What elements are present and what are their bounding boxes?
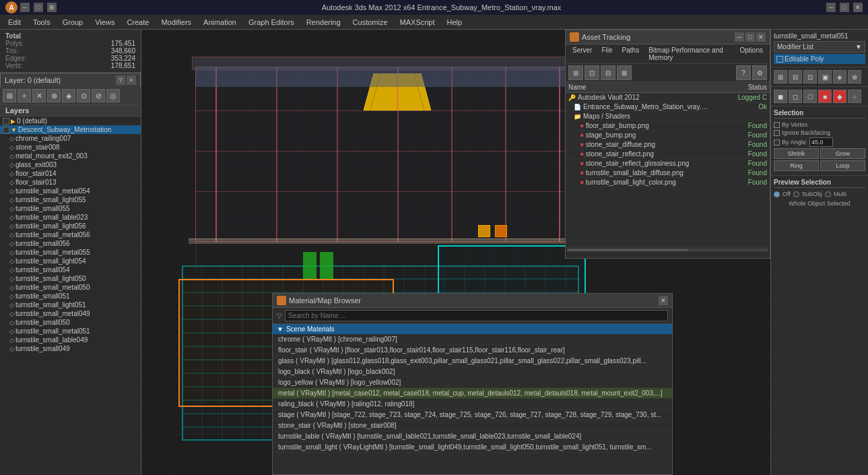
material-row-metal[interactable]: metal ( VRayMtl ) [metal_case012, metal_… <box>273 388 672 399</box>
layer-item-turnstile-metal051[interactable]: ◇ turnstile_small_metal051 <box>0 327 141 336</box>
layer-item-floor-stair014[interactable]: ◇ floor_stair014 <box>0 169 141 178</box>
asset-settings-btn[interactable]: ⚙ <box>752 65 767 80</box>
layer-tool-4[interactable]: ◈ <box>62 89 75 102</box>
layer-checkbox-1[interactable] <box>3 127 9 133</box>
scene-3d[interactable]: Asset Tracking ─ □ ✕ Server File Paths B… <box>141 30 770 475</box>
asset-row-map3[interactable]: ■ stone_stair_diffuse.png Found <box>566 140 770 150</box>
ignore-backfacing-checkbox[interactable] <box>774 130 780 136</box>
layer-item-turnstile-051[interactable]: ◇ turnstile_small051 <box>0 292 141 300</box>
app-maximize-btn[interactable]: □ <box>840 3 849 12</box>
layer-item-descent[interactable]: ▼ Descent_Subway_Metrostation <box>0 125 141 134</box>
asset-row-file[interactable]: 📄 Entrance_Subway_Metro_Station_vray.max… <box>566 102 770 112</box>
right-icon-6[interactable]: ⊕ <box>848 70 861 84</box>
material-row-logo-yellow[interactable]: logo_yellow ( VRayMtl ) [logo_yellow002] <box>273 377 672 388</box>
layer-item-turnstile-light055[interactable]: ◇ turnstile_small_light055 <box>0 195 141 204</box>
preview-off-radio[interactable] <box>774 191 780 197</box>
layer-item-turnstile-050[interactable]: ◇ turnstile_small050 <box>0 318 141 327</box>
right-icon-8[interactable]: ◻ <box>789 90 802 103</box>
asset-row-map5[interactable]: ■ stone_stair_reflect_glossiness.png Fou… <box>566 159 770 168</box>
asset-row-map6[interactable]: ■ turnstile_small_lable_diffuse.png Foun… <box>566 168 770 178</box>
layer-tool-7[interactable]: ◎ <box>106 89 120 102</box>
layer-tool-6[interactable]: ⊘ <box>92 89 105 102</box>
menu-edit[interactable]: Edit <box>3 17 26 28</box>
layer-tool-add[interactable]: + <box>18 89 31 102</box>
layer-item-turnstile-054[interactable]: ◇ turnstile_small054 <box>0 265 141 274</box>
asset-menu-paths[interactable]: Paths <box>618 46 644 62</box>
asset-tool-4[interactable]: ⊠ <box>617 65 632 80</box>
menu-tools[interactable]: Tools <box>28 17 56 28</box>
asset-close-btn[interactable]: ✕ <box>756 32 766 42</box>
asset-menu-bitmap[interactable]: Bitmap Performance and Memory <box>644 46 734 62</box>
right-icon-9[interactable]: ⬡ <box>803 90 817 103</box>
layer-item-turnstile-light056[interactable]: ◇ turnstile_small_light056 <box>0 222 141 230</box>
layer-item-turnstile-056[interactable]: ◇ turnstile_small056 <box>0 239 141 248</box>
menu-help[interactable]: Help <box>442 17 468 28</box>
right-icon-1[interactable]: ⊞ <box>774 70 787 84</box>
asset-row-map2[interactable]: ■ stage_bump.png Found <box>566 131 770 140</box>
layer-item-floor-stair013[interactable]: ◇ floor_stair013 <box>0 178 141 187</box>
by-angle-input[interactable] <box>809 137 833 147</box>
material-list[interactable]: chrome ( VRayMtl ) [chrome_railing007] f… <box>273 334 672 461</box>
preview-subobj-radio[interactable] <box>793 191 799 197</box>
layer-item-glass-exit003[interactable]: ◇ glass_exit003 <box>0 160 141 169</box>
right-icon-3[interactable]: ⊡ <box>803 70 817 84</box>
menu-animation[interactable]: Animation <box>198 17 242 28</box>
right-icon-10[interactable]: ■ <box>818 90 832 103</box>
app-close-btn[interactable]: ✕ <box>853 3 863 12</box>
layer-item-turnstile-lable023[interactable]: ◇ turnstile_small_lable023 <box>0 213 141 222</box>
material-row-glass[interactable]: glass ( VRayMtl ) [glass012,glass018,gla… <box>273 356 672 367</box>
preview-multi-radio[interactable] <box>825 191 831 197</box>
layer-list[interactable]: ▶ 0 (default) ▼ Descent_Subway_Metrostat… <box>0 117 141 475</box>
viewport-area[interactable]: [ + ] [ Perspective ] [ Shaded + Edged F… <box>141 30 770 475</box>
asset-row-vault[interactable]: 🔑 Autodesk Vault 2012 Logged C <box>566 93 770 102</box>
asset-row-map4[interactable]: ■ stone_stair_reflect.png Found <box>566 150 770 159</box>
loop-button[interactable]: Loop <box>820 160 865 171</box>
layer-tool-1[interactable]: ⊞ <box>3 89 16 102</box>
maximize-btn[interactable]: □ <box>34 3 43 12</box>
layer-checkbox-0[interactable] <box>3 118 9 125</box>
ring-button[interactable]: Ring <box>774 160 819 171</box>
layer-item-turnstile-metal049[interactable]: ◇ turnstile_small_metal049 <box>0 309 141 318</box>
menu-modifiers[interactable]: Modifiers <box>156 17 197 28</box>
layer-item-stone-stair008[interactable]: ◇ stone_stair008 <box>0 143 141 152</box>
menu-group[interactable]: Group <box>57 17 89 28</box>
asset-help-btn[interactable]: ? <box>736 65 751 80</box>
layer-item-turnstile-light054[interactable]: ◇ turnstile_small_light054 <box>0 257 141 265</box>
right-icon-12[interactable]: ○ <box>848 90 861 103</box>
right-icon-7[interactable]: ◼ <box>774 90 787 103</box>
layer-tool-3[interactable]: ⊕ <box>47 89 61 102</box>
app-minimize-btn[interactable]: ─ <box>826 3 836 12</box>
asset-row-maps[interactable]: 📁 Maps / Shaders <box>566 112 770 121</box>
material-row-stone-stair[interactable]: stone_stair ( VRayMtl ) [stone_stair008] <box>273 420 672 431</box>
layer-item-turnstile-049[interactable]: ◇ turnstile_small049 <box>0 344 141 353</box>
shrink-button[interactable]: Shrink <box>774 148 819 159</box>
right-icon-4[interactable]: ▣ <box>818 70 832 84</box>
right-icon-5[interactable]: ◈ <box>833 70 846 84</box>
by-vertex-checkbox[interactable] <box>774 122 780 128</box>
menu-rendering[interactable]: Rendering <box>301 17 346 28</box>
layer-item-turnstile-lable049[interactable]: ◇ turnstile_small_lable049 <box>0 336 141 344</box>
material-row-logo-black[interactable]: logo_black ( VRayMtl ) [logo_black002] <box>273 367 672 377</box>
by-angle-checkbox[interactable] <box>774 139 780 146</box>
menu-create[interactable]: Create <box>121 17 154 28</box>
layer-close-btn[interactable]: × <box>127 75 136 85</box>
right-icon-2[interactable]: ⊟ <box>789 70 802 84</box>
layer-item-turnstile-light050[interactable]: ◇ turnstile_small_light050 <box>0 274 141 283</box>
material-row-turnstile-light[interactable]: turnstile_small_light ( VRayLightMtl ) [… <box>273 442 672 453</box>
layer-item-turnstile-metal050[interactable]: ◇ turnstile_small_metal050 <box>0 283 141 292</box>
modifier-item-editable-poly[interactable]: Editable Poly <box>774 54 865 64</box>
modifier-checkbox[interactable] <box>776 56 783 63</box>
asset-horizontal-scrollbar[interactable] <box>567 249 768 251</box>
material-row-floor-stair[interactable]: floor_stair ( VRayMtl ) [floor_stair013,… <box>273 345 672 356</box>
asset-table-body[interactable]: 🔑 Autodesk Vault 2012 Logged C 📄 Entranc… <box>566 93 770 247</box>
material-row-raling-black[interactable]: raling_black ( VRayMtl ) [raling012, ral… <box>273 399 672 410</box>
asset-menu-options[interactable]: Options <box>736 46 767 62</box>
material-search-input[interactable] <box>285 310 668 321</box>
grow-button[interactable]: Grow <box>820 148 865 159</box>
layer-item-default[interactable]: ▶ 0 (default) <box>0 117 141 125</box>
material-row-chrome[interactable]: chrome ( VRayMtl ) [chrome_railing007] <box>273 334 672 345</box>
asset-row-map1[interactable]: ■ floor_stair_bump.png Found <box>566 121 770 131</box>
asset-tool-1[interactable]: ⊞ <box>568 65 583 80</box>
asset-tool-2[interactable]: ⊡ <box>585 65 599 80</box>
material-row-turnstile-lable[interactable]: turnstile_lable ( VRayMtl ) [turnstile_s… <box>273 431 672 442</box>
